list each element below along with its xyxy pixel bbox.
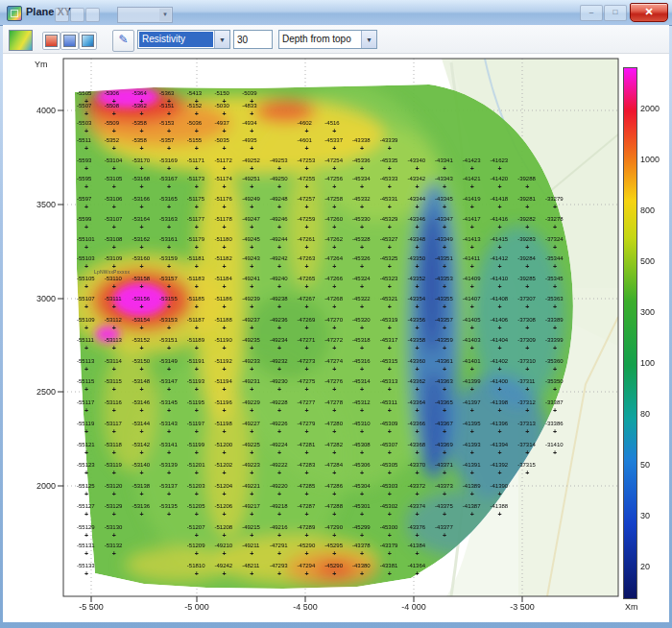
y-tick-label: 2000	[23, 481, 56, 491]
x-tick-label: -5 500	[69, 602, 113, 612]
colorbar-tick-label: 20	[640, 562, 650, 571]
resistivity-map[interactable]	[0, 0, 672, 628]
colorbar-tick-label: 800	[640, 205, 655, 215]
colorbar-tick-label: 2000	[640, 104, 660, 113]
plane-xy-window: Plane XY ▼ – □ ✕ ✎ Resistivity ▼ Depth f…	[0, 0, 672, 628]
colorbar-tick-label: 300	[640, 307, 655, 317]
colorbar-tick-label: 500	[640, 256, 655, 266]
y-tick-label: 3500	[23, 200, 56, 209]
colorbar-tick-label: 1000	[640, 155, 660, 164]
colorbar-tick-label: 80	[640, 409, 650, 419]
x-tick-label: -3 500	[500, 602, 544, 612]
colorbar-tick-label: 30	[640, 511, 650, 520]
y-axis-unit: Ym	[35, 60, 48, 69]
colorbar	[623, 67, 637, 599]
x-tick-label: -4 500	[283, 602, 327, 612]
y-tick-label: 3000	[23, 294, 56, 303]
colorbar-tick-label: 100	[640, 358, 655, 368]
y-tick-label: 4000	[23, 106, 56, 115]
x-tick-label: -5 000	[175, 602, 219, 612]
y-tick-label: 2500	[23, 387, 56, 397]
x-tick-label: -4 000	[392, 602, 436, 612]
x-axis-unit: Xm	[625, 602, 638, 612]
colorbar-tick-label: 50	[640, 460, 650, 470]
map-annotation: LpNWxxPxxxxx	[94, 269, 130, 275]
